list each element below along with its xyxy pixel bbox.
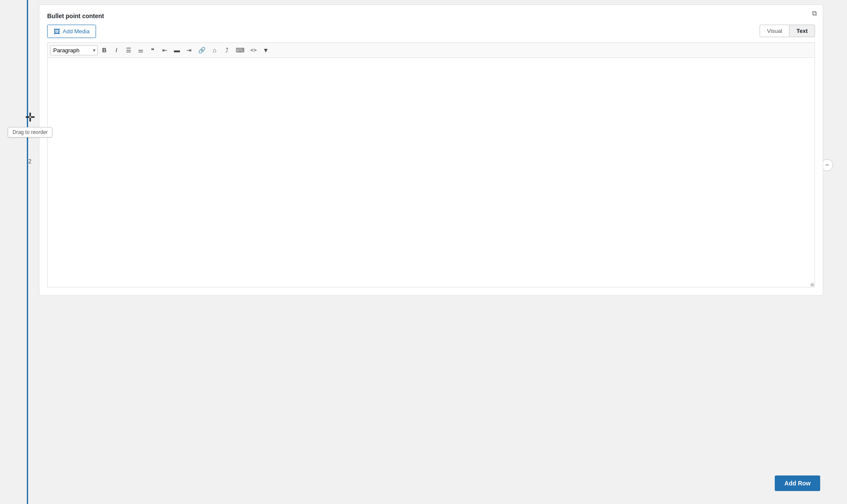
copy-button[interactable]: ⧉ bbox=[808, 7, 820, 19]
add-media-button[interactable]: 🖼 Add Media bbox=[47, 25, 96, 38]
fullscreen-icon: ⤴ bbox=[225, 47, 228, 54]
page-layout: ✛ Drag to reorder 2 − ⧉ Bullet point con… bbox=[0, 0, 847, 504]
table-icon: ⌂ bbox=[213, 47, 216, 54]
ordered-list-button[interactable]: ⚌ bbox=[135, 45, 146, 56]
resize-handle[interactable] bbox=[808, 281, 814, 286]
paragraph-select[interactable]: Paragraph Heading 1 Heading 2 Heading 3 … bbox=[50, 45, 98, 55]
ordered-list-icon: ⚌ bbox=[138, 47, 144, 54]
add-media-area: 🖼 Add Media bbox=[47, 25, 96, 38]
tab-visual[interactable]: Visual bbox=[760, 25, 789, 37]
align-left-icon: ⇤ bbox=[162, 47, 167, 54]
chevron-down-icon: ▼ bbox=[263, 47, 269, 54]
bold-button[interactable]: B bbox=[99, 45, 110, 56]
insert-link-button[interactable]: 🔗 bbox=[196, 45, 208, 56]
blockquote-button[interactable]: ❝ bbox=[147, 45, 158, 56]
align-left-button[interactable]: ⇤ bbox=[159, 45, 170, 56]
drag-handle-area[interactable]: ✛ Drag to reorder bbox=[8, 112, 52, 137]
blue-vertical-line bbox=[27, 0, 28, 504]
tab-text[interactable]: Text bbox=[789, 25, 815, 37]
editor-textarea-wrap bbox=[47, 57, 815, 287]
row-number: 2 bbox=[28, 158, 32, 165]
unordered-list-button[interactable]: ☰ bbox=[123, 45, 134, 56]
editor-toolbar: Paragraph Heading 1 Heading 2 Heading 3 … bbox=[47, 42, 815, 57]
table-button[interactable]: ⌂ bbox=[209, 45, 220, 56]
unordered-list-icon: ☰ bbox=[126, 47, 132, 54]
italic-icon: I bbox=[116, 47, 117, 54]
italic-button[interactable]: I bbox=[111, 45, 122, 56]
visual-text-tabs: Visual Text bbox=[760, 25, 815, 37]
source-code-button[interactable]: <> bbox=[248, 45, 259, 56]
editor-card: ⧉ Bullet point content 🖼 Add Media Visua… bbox=[39, 4, 823, 296]
add-row-button[interactable]: Add Row bbox=[775, 475, 820, 491]
source-code-icon: <> bbox=[250, 47, 257, 53]
add-media-icon: 🖼 bbox=[54, 28, 60, 35]
align-center-icon: ▬ bbox=[174, 47, 180, 54]
drag-reorder-icon[interactable]: ✛ bbox=[25, 112, 35, 124]
copy-icon: ⧉ bbox=[812, 10, 817, 17]
align-right-icon: ⇥ bbox=[186, 47, 192, 54]
keyboard-button[interactable]: ⌨ bbox=[233, 45, 247, 56]
align-right-button[interactable]: ⇥ bbox=[183, 45, 195, 56]
drag-tooltip: Drag to reorder bbox=[8, 127, 52, 137]
editor-textarea[interactable] bbox=[48, 58, 815, 287]
link-icon: 🔗 bbox=[198, 47, 205, 54]
fullscreen-button[interactable]: ⤴ bbox=[221, 45, 232, 56]
minus-icon: − bbox=[825, 161, 829, 169]
editor-header: 🖼 Add Media Visual Text bbox=[47, 25, 815, 38]
section-title: Bullet point content bbox=[47, 13, 815, 19]
paragraph-select-wrap: Paragraph Heading 1 Heading 2 Heading 3 … bbox=[50, 45, 98, 55]
more-options-button[interactable]: ▼ bbox=[260, 45, 271, 56]
align-center-button[interactable]: ▬ bbox=[171, 45, 183, 56]
add-media-label: Add Media bbox=[63, 28, 90, 35]
keyboard-icon: ⌨ bbox=[236, 47, 244, 54]
bold-icon: B bbox=[102, 47, 106, 54]
blockquote-icon: ❝ bbox=[151, 47, 154, 54]
